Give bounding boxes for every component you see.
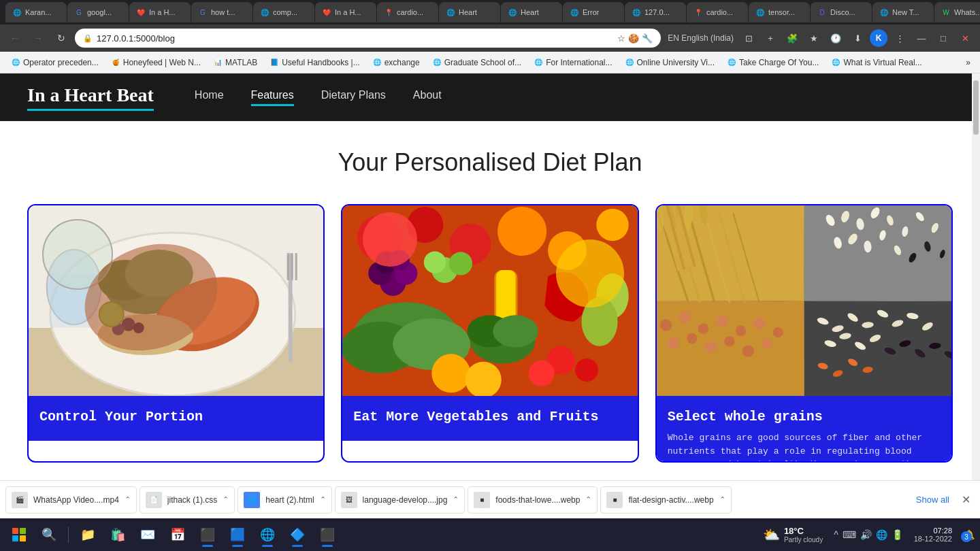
svg-point-2: [50, 233, 295, 396]
forward-button[interactable]: →: [29, 29, 48, 48]
bookmarks-more-button[interactable]: »: [962, 56, 975, 69]
card-whole-grains[interactable]: Select whole grains Whole grains are goo…: [655, 204, 953, 463]
close-button[interactable]: ✕: [956, 29, 975, 48]
downloads-show-all-button[interactable]: Show all: [911, 492, 955, 507]
taskbar-extra1[interactable]: ⬛: [314, 521, 341, 548]
bookmark-bm-2[interactable]: 🍯 Honeyfeed | Web N...: [105, 56, 206, 69]
download-item-dl-2[interactable]: 📄 jithack (1).css ⌃: [140, 486, 235, 514]
website: In a Heart Beat HomeFeaturesDietary Plan…: [0, 73, 980, 463]
reload-button[interactable]: ↻: [52, 29, 71, 48]
download-item-dl-3[interactable]: 🌐 heart (2).html ⌃: [238, 486, 331, 514]
history-button[interactable]: 🕐: [826, 29, 845, 48]
taskbar-store[interactable]: 🛍️: [104, 521, 131, 548]
battery-icon[interactable]: 🔋: [892, 529, 903, 540]
card-control-portion[interactable]: Control Your Portion: [27, 204, 325, 463]
tab-favicon: ❤️: [322, 7, 331, 17]
language-selector[interactable]: EN English (India): [665, 33, 736, 43]
tab-tab-5[interactable]: 🌐 comp...: [253, 2, 314, 22]
nav-link-nav-dietary[interactable]: Dietary Plans: [321, 89, 386, 106]
tab-tab-10[interactable]: 🌐 Error: [563, 2, 624, 22]
tab-tab-12[interactable]: 📍 cardio...: [687, 2, 748, 22]
weather-widget[interactable]: ⛅ 18°C Partly cloudy: [757, 526, 828, 544]
bookmark-button[interactable]: ★: [804, 29, 823, 48]
weather-info: 18°C Partly cloudy: [784, 526, 823, 544]
download-chevron-icon[interactable]: ⌃: [223, 495, 229, 504]
taskbar-sys-icons: ^ ⌨ 🔊 🌐 🔋: [834, 529, 903, 540]
bookmark-bm-4[interactable]: 📘 Useful Handbooks |...: [264, 56, 365, 69]
download-chevron-icon[interactable]: ⌃: [125, 495, 131, 504]
tab-tab-6[interactable]: ❤️ In a H...: [315, 2, 376, 22]
notification-area[interactable]: 🔔 3: [963, 529, 975, 541]
keyboard-icon[interactable]: ⌨: [843, 529, 856, 540]
url-text: 127.0.0.1:5000/blog: [97, 33, 613, 44]
taskbar-file-explorer[interactable]: 📁: [74, 521, 101, 548]
tab-tab-2[interactable]: G googl...: [67, 2, 129, 22]
tab-tab-4[interactable]: G how t...: [191, 2, 252, 22]
download-chevron-icon[interactable]: ⌃: [585, 495, 591, 504]
minimize-button[interactable]: —: [912, 29, 931, 48]
download-item-dl-5[interactable]: ■ foods-that-lowe....webp ⌃: [468, 486, 598, 514]
taskbar-search[interactable]: 🔍: [35, 521, 63, 548]
download-chevron-icon[interactable]: ⌃: [453, 495, 459, 504]
tab-tab-16[interactable]: W Whats...: [934, 2, 980, 22]
taskbar-calendar[interactable]: 📅: [164, 521, 191, 548]
tab-favicon: W: [941, 7, 951, 17]
right-scrollbar[interactable]: [972, 73, 980, 551]
speaker-icon[interactable]: 🔊: [860, 529, 872, 540]
bookmark-bm-8[interactable]: 🌐 Online University Vi...: [619, 56, 721, 69]
bookmark-bm-9[interactable]: 🌐 Take Charge Of You...: [721, 56, 824, 69]
address-bar[interactable]: 🔒 127.0.0.1:5000/blog ☆ 🍪 🔧: [75, 29, 661, 48]
bookmark-bm-10[interactable]: 🌐 What is Virtual Real...: [826, 56, 927, 69]
star-icon[interactable]: ☆: [617, 33, 625, 44]
nav-link-nav-features[interactable]: Features: [251, 89, 294, 106]
more-menu-button[interactable]: ⋮: [890, 29, 909, 48]
start-button[interactable]: [5, 521, 33, 548]
profile-button[interactable]: K: [870, 29, 887, 47]
maximize-button[interactable]: □: [934, 29, 953, 48]
new-tab-button[interactable]: +: [761, 29, 780, 48]
extensions-button[interactable]: 🧩: [783, 29, 802, 48]
taskbar-office[interactable]: ⬛: [194, 521, 221, 548]
tab-tab-9[interactable]: 🌐 Heart: [501, 2, 562, 22]
tab-tab-13[interactable]: 🌐 tensor...: [749, 2, 810, 22]
tab-tab-3[interactable]: ❤️ In a H...: [129, 2, 191, 22]
taskbar-chrome[interactable]: 🌐: [254, 521, 281, 548]
bookmark-bm-5[interactable]: 🌐 exchange: [367, 56, 425, 69]
tab-tab-11[interactable]: 🌐 127.0...: [625, 2, 686, 22]
bookmark-bm-1[interactable]: 🌐 Operator preceden...: [5, 56, 104, 69]
download-chevron-icon[interactable]: ⌃: [320, 495, 326, 504]
svg-point-29: [376, 251, 397, 273]
taskbar-mail[interactable]: ✉️: [134, 521, 161, 548]
download-item-dl-6[interactable]: ■ flat-design-activ....webp ⌃: [600, 486, 731, 514]
card-3-title: Select whole grains: [668, 408, 941, 426]
tab-tab-7[interactable]: 📍 cardio...: [377, 2, 438, 22]
scrollbar-thumb[interactable]: [973, 80, 979, 135]
taskbar-clock[interactable]: 07:28 18-12-2022: [909, 527, 958, 543]
cookie-icon[interactable]: 🍪: [628, 33, 639, 44]
tab-tab-1[interactable]: 🌐 Karan...: [5, 2, 67, 22]
download-item-dl-4[interactable]: 🖼 language-develop....jpg ⌃: [335, 486, 466, 514]
download-item-dl-1[interactable]: 🎬 WhatsApp Video....mp4 ⌃: [5, 486, 137, 514]
tab-title: Heart: [459, 8, 493, 16]
taskbar-vscode[interactable]: 🔷: [284, 521, 311, 548]
chevron-up-icon[interactable]: ^: [834, 529, 838, 540]
tab-tab-15[interactable]: 🌐 New T...: [872, 2, 934, 22]
minimize-restore-button[interactable]: ⊡: [739, 29, 758, 48]
taskbar-teams[interactable]: 🟦: [224, 521, 251, 548]
nav-link-nav-about[interactable]: About: [413, 89, 442, 106]
nav-link-nav-home[interactable]: Home: [195, 89, 224, 106]
download-button[interactable]: ⬇: [848, 29, 867, 48]
network-icon[interactable]: 🌐: [876, 529, 887, 540]
back-button[interactable]: ←: [5, 29, 24, 48]
download-chevron-icon[interactable]: ⌃: [719, 495, 725, 504]
downloads-close-button[interactable]: ✕: [958, 490, 975, 509]
bookmark-bm-3[interactable]: 📊 MATLAB: [208, 56, 263, 69]
svg-point-84: [735, 326, 745, 336]
tab-tab-14[interactable]: D Disco...: [811, 2, 872, 22]
extension-icon[interactable]: 🔧: [642, 33, 653, 44]
tab-tab-8[interactable]: 🌐 Heart: [439, 2, 500, 22]
card-vegetables[interactable]: Eat More Vegetables and Fruits: [341, 204, 638, 463]
bookmark-bm-7[interactable]: 🌐 For International...: [528, 56, 617, 69]
bookmark-bm-6[interactable]: 🌐 Graduate School of...: [427, 56, 527, 69]
site-navbar: In a Heart Beat HomeFeaturesDietary Plan…: [0, 73, 980, 121]
